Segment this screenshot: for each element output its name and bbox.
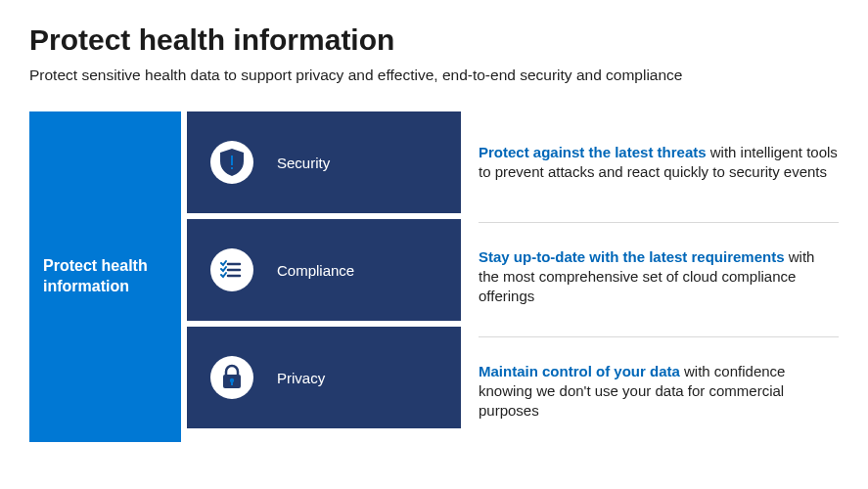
card-column: Security <box>187 111 461 442</box>
description-lead: Stay up-to-date with the latest requirem… <box>479 248 785 265</box>
card-label: Compliance <box>277 262 354 279</box>
description-compliance: Stay up-to-date with the latest requirem… <box>479 226 839 328</box>
page-subtitle: Protect sensitive health data to support… <box>29 67 839 84</box>
description-text: Protect against the latest threats with … <box>479 143 839 183</box>
page-title: Protect health information <box>29 23 839 57</box>
card-compliance: Compliance <box>187 219 461 321</box>
svg-rect-7 <box>231 381 233 385</box>
slide: Protect health information Protect sensi… <box>0 0 868 462</box>
category-tile-label: Protect health information <box>43 256 167 297</box>
description-lead: Protect against the latest threats <box>479 144 707 160</box>
card-label: Security <box>277 155 330 171</box>
card-label: Privacy <box>277 370 325 386</box>
description-text: Stay up-to-date with the latest requirem… <box>479 247 839 307</box>
shield-icon <box>210 141 253 184</box>
divider <box>479 336 839 337</box>
svg-rect-1 <box>231 167 233 169</box>
description-privacy: Maintain control of your data with confi… <box>479 340 839 442</box>
description-column: Protect against the latest threats with … <box>467 111 839 442</box>
card-security: Security <box>187 111 461 213</box>
description-lead: Maintain control of your data <box>479 363 680 379</box>
description-text: Maintain control of your data with confi… <box>479 362 839 422</box>
divider <box>479 222 839 223</box>
description-security: Protect against the latest threats with … <box>479 111 839 213</box>
content-grid: Protect health information Security <box>29 111 839 442</box>
svg-rect-0 <box>231 156 233 165</box>
category-tile: Protect health information <box>29 111 181 442</box>
card-privacy: Privacy <box>187 327 461 428</box>
lock-icon <box>210 356 253 399</box>
checklist-icon <box>210 248 253 291</box>
